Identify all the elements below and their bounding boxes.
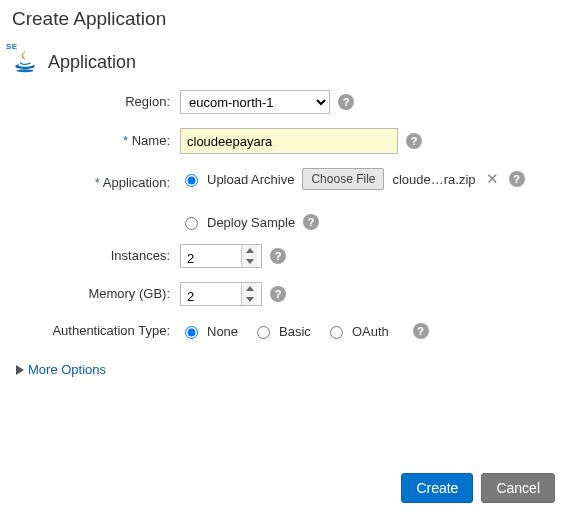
triangle-right-icon [16, 365, 24, 375]
deploy-sample-label: Deploy Sample [207, 215, 295, 230]
help-icon[interactable]: ? [413, 323, 429, 339]
java-se-badge: SE [6, 42, 18, 51]
region-select[interactable]: eucom-north-1 [180, 90, 330, 114]
row-auth: Authentication Type: None Basic OAuth ? [12, 320, 557, 342]
memory-stepper[interactable] [180, 282, 262, 306]
label-memory: Memory (GB): [12, 283, 180, 305]
more-options-toggle[interactable]: More Options [16, 362, 557, 377]
page-title: Create Application [12, 8, 557, 30]
auth-oauth-label: OAuth [352, 324, 389, 339]
remove-file-icon[interactable]: ✕ [484, 170, 501, 188]
instances-input[interactable] [181, 245, 241, 271]
row-memory: Memory (GB): ? [12, 282, 557, 306]
name-input[interactable] [180, 128, 398, 154]
chosen-file-name: cloude…ra.zip [392, 172, 475, 187]
help-icon[interactable]: ? [270, 286, 286, 302]
row-instances: Instances: ? [12, 244, 557, 268]
deploy-sample-radio[interactable] [185, 217, 198, 230]
section-header: SE Application [12, 48, 557, 76]
auth-basic-radio[interactable] [257, 326, 270, 339]
help-icon[interactable]: ? [303, 214, 319, 230]
label-name: * Name: [12, 130, 180, 152]
upload-archive-label: Upload Archive [207, 172, 294, 187]
section-title: Application [48, 52, 136, 73]
more-options-label: More Options [28, 362, 106, 377]
auth-basic-label: Basic [279, 324, 311, 339]
instances-stepper[interactable] [180, 244, 262, 268]
auth-oauth-radio[interactable] [330, 326, 343, 339]
help-icon[interactable]: ? [509, 171, 525, 187]
row-application: * Application: Upload Archive Choose Fil… [12, 168, 557, 230]
help-icon[interactable]: ? [406, 133, 422, 149]
memory-up-icon[interactable] [242, 283, 257, 294]
auth-none-radio[interactable] [185, 326, 198, 339]
help-icon[interactable]: ? [338, 94, 354, 110]
row-name: * Name: ? [12, 128, 557, 154]
svg-point-0 [16, 69, 33, 72]
instances-up-icon[interactable] [242, 245, 257, 256]
label-region: Region: [12, 91, 180, 113]
choose-file-button[interactable]: Choose File [302, 168, 384, 190]
memory-input[interactable] [181, 283, 241, 309]
help-icon[interactable]: ? [270, 248, 286, 264]
java-se-icon: SE [12, 48, 40, 76]
instances-down-icon[interactable] [242, 256, 257, 267]
memory-down-icon[interactable] [242, 294, 257, 305]
label-auth: Authentication Type: [12, 320, 180, 342]
row-region: Region: eucom-north-1 ? [12, 90, 557, 114]
auth-none-label: None [207, 324, 238, 339]
upload-archive-radio[interactable] [185, 174, 198, 187]
label-instances: Instances: [12, 245, 180, 267]
label-application: * Application: [12, 168, 180, 194]
